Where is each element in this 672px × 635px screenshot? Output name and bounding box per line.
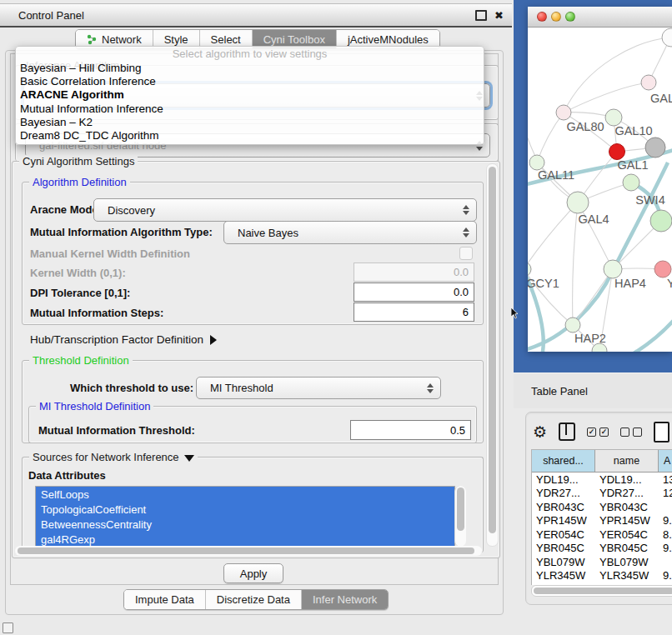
network-window-titlebar[interactable] bbox=[528, 7, 672, 28]
table-row[interactable]: YBR043CYBR043C bbox=[532, 500, 672, 514]
network-edge[interactable] bbox=[564, 82, 649, 112]
apply-button[interactable]: Apply bbox=[223, 563, 283, 583]
network-node[interactable] bbox=[623, 174, 639, 191]
attributes-scrollbar-thumb[interactable] bbox=[457, 488, 464, 531]
minimize-traffic-light-icon[interactable] bbox=[551, 12, 561, 22]
table-row[interactable]: YPR145WYPR145W9. bbox=[532, 514, 672, 528]
manual-kernel-width-label: Manual Kernel Width Definition bbox=[30, 248, 190, 260]
table-hscrollbar-thumb[interactable] bbox=[534, 588, 672, 594]
which-threshold-combo[interactable]: MI Threshold bbox=[196, 377, 441, 399]
table-row[interactable]: YDL19...YDL19...13 bbox=[532, 472, 672, 487]
attribute-item-gal4rgexp[interactable]: gal4RGexp bbox=[36, 532, 454, 547]
network-edge[interactable] bbox=[537, 112, 564, 162]
column-manager-icon[interactable] bbox=[559, 422, 575, 441]
settings-horizontal-scrollbar[interactable] bbox=[15, 546, 482, 556]
sources-group-title[interactable]: Sources for Network Inference bbox=[29, 451, 198, 463]
mi-steps-label: Mutual Information Steps: bbox=[30, 307, 163, 319]
network-node[interactable] bbox=[645, 138, 665, 158]
network-node[interactable] bbox=[654, 261, 671, 278]
dropdown-item-mutual-information[interactable]: Mutual Information Inference bbox=[16, 102, 484, 115]
cell: 9. bbox=[659, 542, 672, 556]
which-threshold-label: Which threshold to use: bbox=[70, 382, 193, 394]
settings-hscrollbar-thumb[interactable] bbox=[18, 548, 474, 554]
manual-kernel-width-checkbox[interactable] bbox=[459, 247, 473, 260]
tab-impute-data-label: Impute Data bbox=[135, 593, 194, 606]
network-node[interactable] bbox=[641, 75, 656, 90]
attribute-item-selfloops[interactable]: SelfLoops bbox=[36, 487, 454, 502]
float-window-icon[interactable] bbox=[475, 10, 487, 21]
export-table-icon[interactable] bbox=[654, 422, 669, 442]
network-node[interactable] bbox=[567, 192, 589, 213]
network-node[interactable] bbox=[528, 262, 531, 277]
network-node[interactable] bbox=[605, 109, 622, 126]
cell bbox=[659, 500, 672, 514]
cell: YBL079W bbox=[532, 555, 595, 569]
checked-box-icon: ✓ bbox=[587, 428, 596, 437]
cell: 12 bbox=[659, 487, 672, 501]
dpi-tolerance-field[interactable] bbox=[354, 282, 474, 302]
table-header-row: shared... name A bbox=[532, 450, 672, 472]
tab-infer-network-label: Infer Network bbox=[313, 593, 377, 606]
tab-discretize-data[interactable]: Discretize Data bbox=[206, 590, 302, 609]
network-canvas[interactable]: GALGAL80GAL10GAL1GAL11SWI4GAL4GCY1HAP4YH… bbox=[528, 28, 672, 352]
close-icon[interactable]: ✖ bbox=[494, 10, 504, 21]
gear-icon[interactable]: ⚙ bbox=[533, 423, 547, 440]
hub-definition-expander[interactable]: Hub/Transcription Factor Definition bbox=[30, 333, 217, 346]
cell: YDR27... bbox=[532, 487, 595, 501]
network-node[interactable] bbox=[604, 260, 622, 278]
minimized-panel-icon[interactable] bbox=[3, 622, 13, 633]
threshold-definition-title: Threshold Definition bbox=[29, 354, 133, 367]
table-horizontal-scrollbar[interactable] bbox=[531, 585, 672, 597]
table-panel-titlebar: Table Panel bbox=[514, 372, 672, 408]
aracne-mode-combo[interactable]: Discovery bbox=[93, 198, 477, 222]
network-node[interactable] bbox=[565, 318, 580, 332]
tab-select-label: Select bbox=[211, 33, 241, 46]
mi-steps-field[interactable] bbox=[354, 302, 474, 322]
column-header-name[interactable]: name bbox=[595, 450, 659, 472]
titlebar-controls: ✖ bbox=[475, 10, 504, 21]
table-row[interactable]: YER054CYER054C8. bbox=[532, 528, 672, 542]
cell: YBR043C bbox=[595, 500, 659, 514]
settings-vertical-scrollbar[interactable] bbox=[486, 163, 499, 547]
dropdown-item-bayesian-hill-climbing[interactable]: Bayesian – Hill Climbing bbox=[16, 61, 484, 74]
kernel-width-field[interactable] bbox=[354, 262, 474, 282]
column-header-shared-name[interactable]: shared... bbox=[532, 450, 595, 472]
deselect-all-icon[interactable] bbox=[620, 428, 642, 437]
network-edge[interactable] bbox=[624, 318, 672, 352]
network-node[interactable] bbox=[662, 28, 672, 47]
mouse-cursor bbox=[511, 308, 519, 319]
network-node[interactable] bbox=[650, 210, 672, 232]
network-edge[interactable] bbox=[573, 202, 578, 325]
kernel-width-label: Kernel Width (0,1): bbox=[30, 267, 126, 279]
attribute-item-topologicalcoefficient[interactable]: TopologicalCoefficient bbox=[36, 502, 454, 517]
network-graph[interactable]: GALGAL80GAL10GAL1GAL11SWI4GAL4GCY1HAP4YH… bbox=[528, 28, 672, 352]
dropdown-item-aracne[interactable]: ARACNE Algorithm bbox=[16, 88, 484, 102]
attributes-list-scrollbar[interactable] bbox=[454, 486, 466, 547]
network-edge[interactable] bbox=[573, 269, 613, 325]
network-node-label: GAL10 bbox=[614, 124, 652, 138]
network-node[interactable] bbox=[609, 144, 625, 160]
table-row[interactable]: YBL079WYBL079W bbox=[532, 555, 672, 569]
network-node[interactable] bbox=[556, 105, 571, 120]
settings-vscrollbar-thumb[interactable] bbox=[489, 167, 496, 533]
dropdown-item-bayesian-k2[interactable]: Bayesian – K2 bbox=[16, 115, 484, 128]
network-edge[interactable] bbox=[528, 202, 578, 269]
close-traffic-light-icon[interactable] bbox=[537, 12, 547, 22]
select-all-icon[interactable]: ✓✓ bbox=[587, 428, 609, 437]
dropdown-item-dream8[interactable]: Dream8 DC_TDC Algorithm bbox=[16, 128, 484, 142]
table-row[interactable]: YBR045CYBR045C9. bbox=[532, 542, 672, 556]
mi-algorithm-type-combo[interactable]: Naive Bayes bbox=[223, 221, 477, 244]
cell: YDL19... bbox=[595, 472, 659, 487]
column-header-third[interactable]: A bbox=[659, 450, 672, 472]
cell: 9. bbox=[659, 514, 672, 528]
dropdown-item-basic-correlation[interactable]: Basic Correlation Inference bbox=[16, 74, 484, 88]
zoom-traffic-light-icon[interactable] bbox=[565, 12, 575, 22]
mi-threshold-field[interactable] bbox=[350, 420, 471, 440]
table-panel-title: Table Panel bbox=[531, 385, 588, 398]
table-row[interactable]: YLR345WYLR345W9. bbox=[532, 569, 672, 583]
tab-impute-data[interactable]: Impute Data bbox=[124, 590, 206, 609]
attribute-item-betweennesscentrality[interactable]: BetweennessCentrality bbox=[36, 517, 454, 532]
network-node-label: GAL80 bbox=[566, 120, 604, 133]
table-row[interactable]: YDR27...YDR27...12 bbox=[532, 487, 672, 501]
tab-infer-network[interactable]: Infer Network bbox=[302, 590, 388, 609]
